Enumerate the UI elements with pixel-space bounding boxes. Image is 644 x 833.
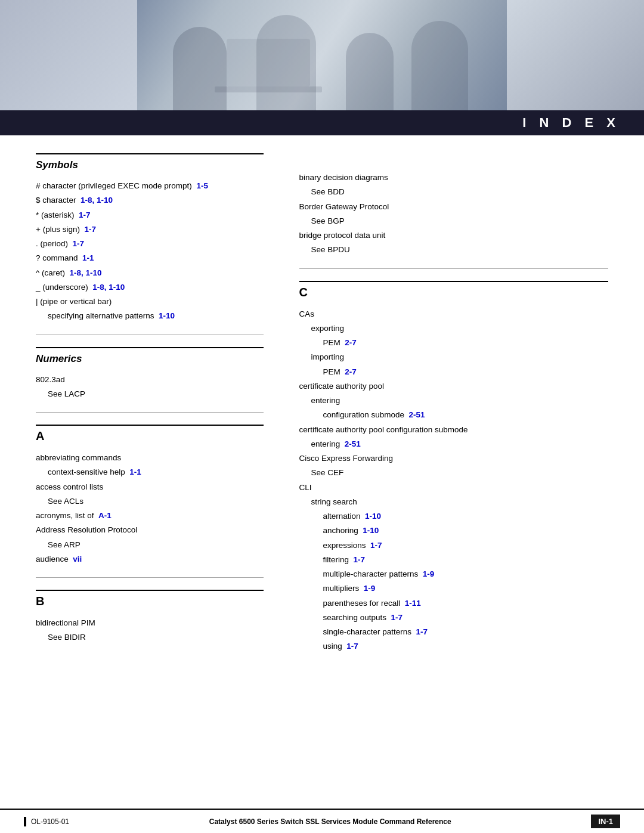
right-top-entries: binary decision diagrams See BDD Border … — [299, 153, 608, 256]
list-item: string search — [299, 496, 608, 508]
list-item: See BIDIR — [36, 631, 264, 643]
list-item: * (asterisk) 1-7 — [36, 209, 264, 221]
list-item: | (pipe or vertical bar) — [36, 295, 264, 308]
list-item: # character (privileged EXEC mode prompt… — [36, 179, 264, 192]
b-heading: B — [36, 594, 264, 608]
list-item: PEM 2-7 — [299, 366, 608, 378]
list-item: certificate authority pool configuration… — [299, 423, 608, 436]
list-item: See BDD — [299, 185, 608, 198]
left-column: Symbols # character (privileged EXEC mod… — [36, 153, 287, 655]
list-item: acronyms, list of A-1 — [36, 509, 264, 522]
list-item: specifying alternative patterns 1-10 — [36, 309, 264, 322]
divider — [36, 335, 264, 335]
header-image-inner — [137, 0, 507, 110]
c-heading: C — [299, 286, 608, 299]
list-item: anchoring 1-10 — [299, 524, 608, 537]
list-item: entering 2-51 — [299, 438, 608, 450]
list-item: + (plus sign) 1-7 — [36, 223, 264, 236]
list-item: importing — [299, 351, 608, 363]
c-section-header: C — [299, 281, 608, 299]
index-bar: I N D E X — [0, 110, 644, 135]
list-item: multipliers 1-9 — [299, 582, 608, 594]
list-item: _ (underscore) 1-8, 1-10 — [36, 281, 264, 293]
header-image — [0, 0, 644, 110]
divider — [299, 268, 608, 269]
list-item: binary decision diagrams — [299, 171, 608, 184]
list-item: bridge protocol data unit — [299, 229, 608, 241]
list-item: filtering 1-7 — [299, 553, 608, 566]
list-item: See ACLs — [36, 495, 264, 507]
list-item: parentheses for recall 1-11 — [299, 597, 608, 609]
footer-page: IN-1 — [591, 815, 620, 828]
list-item: using 1-7 — [299, 640, 608, 652]
footer-doc-number: OL-9105-01 — [31, 817, 69, 826]
list-item: See BGP — [299, 215, 608, 227]
list-item: ? command 1-1 — [36, 252, 264, 264]
numerics-section-header: Numerics — [36, 347, 264, 365]
footer: OL-9105-01 Catalyst 6500 Series Switch S… — [0, 809, 644, 833]
list-item: 802.3ad — [36, 373, 264, 386]
right-column: binary decision diagrams See BDD Border … — [287, 153, 608, 655]
list-item: bidirectional PIM — [36, 617, 264, 629]
list-item: context-sensitive help 1-1 — [36, 466, 264, 478]
list-item: See ARP — [36, 538, 264, 551]
divider — [36, 412, 264, 413]
list-item: access control lists — [36, 481, 264, 493]
address-resolution-protocol-entry: Address Resolution Protocol — [36, 524, 264, 536]
list-item: single-character patterns 1-7 — [299, 625, 608, 638]
list-item: entering — [299, 394, 608, 407]
list-item: searching outputs 1-7 — [299, 611, 608, 624]
a-section-header: A — [36, 425, 264, 443]
a-heading: A — [36, 429, 264, 443]
list-item: certificate authority pool — [299, 380, 608, 392]
list-item: See CEF — [299, 466, 608, 479]
list-item: . (period) 1-7 — [36, 237, 264, 250]
divider — [36, 577, 264, 578]
list-item: $ character 1-8, 1-10 — [36, 194, 264, 206]
footer-title: Catalyst 6500 Series Switch SSL Services… — [209, 817, 451, 826]
list-item: PEM 2-7 — [299, 336, 608, 349]
list-item: expressions 1-7 — [299, 539, 608, 552]
list-item: See LACP — [36, 388, 264, 400]
list-item: abbreviating commands — [36, 451, 264, 464]
list-item: Cisco Express Forwarding — [299, 452, 608, 465]
footer-bar-icon — [24, 817, 26, 826]
list-item: See BPDU — [299, 243, 608, 256]
list-item: CLI — [299, 481, 608, 494]
list-item: exporting — [299, 322, 608, 335]
footer-left: OL-9105-01 — [24, 817, 69, 826]
list-item: multiple-character patterns 1-9 — [299, 568, 608, 580]
list-item: Border Gateway Protocol — [299, 200, 608, 213]
list-item: CAs — [299, 308, 608, 320]
list-item: audience vii — [36, 553, 264, 565]
list-item: configuration submode 2-51 — [299, 408, 608, 421]
b-section-header: B — [36, 590, 264, 608]
list-item: alternation 1-10 — [299, 510, 608, 522]
main-content: Symbols # character (privileged EXEC mod… — [0, 135, 644, 673]
numerics-heading: Numerics — [36, 353, 264, 365]
index-title: I N D E X — [522, 115, 620, 131]
list-item: ^ (caret) 1-8, 1-10 — [36, 267, 264, 279]
symbols-section-header: Symbols — [36, 153, 264, 171]
symbols-heading: Symbols — [36, 159, 264, 171]
